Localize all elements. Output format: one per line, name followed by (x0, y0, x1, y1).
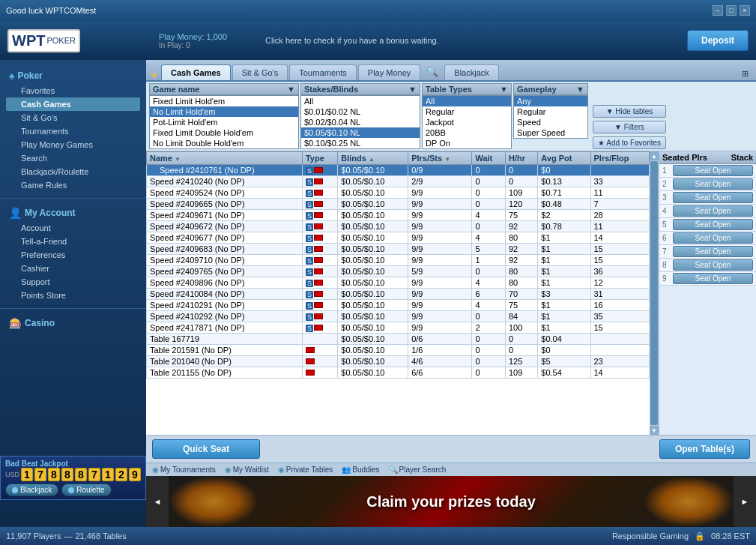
tab-blackjack[interactable]: Blackjack (444, 64, 498, 80)
gp-item-2[interactable]: Speed (514, 117, 587, 127)
col-plrs[interactable]: Plrs/Sts ▼ (408, 152, 472, 165)
table-row[interactable]: Speed #2410084 (No DP) S $0.05/$0.10 9/9… (147, 289, 650, 300)
game-name-item-4[interactable]: No Limit Double Hold'em (150, 138, 298, 148)
col-wait[interactable]: Wait (472, 152, 506, 165)
seat-open-button[interactable]: Seat Open (673, 232, 753, 244)
col-avgpot[interactable]: Avg Pot (538, 152, 590, 165)
table-row[interactable]: Speed #2409683 (No DP) S $0.05/$0.10 9/9… (147, 244, 650, 255)
maximize-button[interactable]: □ (726, 5, 737, 16)
tab-sitngos[interactable]: Sit & Go's (232, 64, 288, 80)
table-row[interactable]: Speed #2409765 (No DP) S $0.05/$0.10 5/9… (147, 266, 650, 277)
gameplay-header[interactable]: Gameplay ▼ (513, 83, 588, 95)
table-row[interactable]: Speed #2409896 (No DP) S $0.05/$0.10 9/9… (147, 277, 650, 289)
table-row[interactable]: Speed #2410292 (No DP) S $0.05/$0.10 9/9… (147, 311, 650, 322)
sidebar-section-casino[interactable]: 🎰 Casino (6, 315, 140, 331)
tt-item-0[interactable]: All (423, 96, 511, 106)
sidebar-item-gamerules[interactable]: Game Rules (6, 178, 140, 192)
minimize-button[interactable]: – (713, 5, 723, 16)
table-row[interactable]: 👁Speed #2410761 (No DP) S $0.05/$0.10 0/… (147, 165, 650, 176)
sub-tab-private[interactable]: ◉ Private Tables (278, 466, 333, 474)
hide-tables-button[interactable]: ▼ Hide tables (593, 105, 666, 118)
quick-seat-button[interactable]: Quick Seat (152, 439, 260, 459)
filters-button[interactable]: ▼ Filters (593, 121, 666, 133)
scroll-up-button[interactable]: ▲ (650, 151, 659, 160)
stakes-item-2[interactable]: $0.02/$0.04 NL (301, 117, 420, 127)
table-row[interactable]: Speed #2409665 (No DP) S $0.05/$0.10 9/9… (147, 199, 650, 210)
seat-open-button[interactable]: Seat Open (673, 259, 753, 271)
table-row[interactable]: Speed #2409524 (No DP) S $0.05/$0.10 9/9… (147, 187, 650, 199)
sidebar-section-account[interactable]: 👤 My Account (6, 205, 140, 221)
tab-playmoney[interactable]: Play Money (358, 64, 420, 80)
banner-right-arrow[interactable]: ► (734, 476, 756, 527)
tab-cashgames[interactable]: Cash Games (161, 64, 231, 80)
sidebar-item-blackjack[interactable]: Blackjack/Roulette (6, 165, 140, 178)
seat-open-button[interactable]: Seat Open (673, 178, 753, 190)
banner-left-arrow[interactable]: ◄ (146, 476, 169, 527)
gp-item-3[interactable]: Super Speed (514, 127, 587, 138)
tab-tournaments[interactable]: Tournaments (289, 64, 357, 80)
tt-item-2[interactable]: Jackpot (423, 117, 511, 127)
tt-item-3[interactable]: 20BB (423, 127, 511, 138)
stakes-item-4[interactable]: $0.10/$0.25 NL (301, 138, 420, 148)
sidebar-item-cashgames[interactable]: Cash Games (6, 97, 140, 111)
game-name-item-2[interactable]: Pot-Limit Hold'em (150, 117, 298, 127)
sub-tab-buddies[interactable]: 👥 Buddies (342, 466, 379, 474)
gp-item-0[interactable]: Any (514, 96, 587, 106)
seat-open-button[interactable]: Seat Open (673, 273, 753, 284)
table-row[interactable]: Speed #2410291 (No DP) S $0.05/$0.10 9/9… (147, 300, 650, 311)
col-blinds[interactable]: Blinds ▲ (338, 152, 408, 165)
sidebar-item-pointsstore[interactable]: Points Store (6, 289, 140, 302)
table-row[interactable]: Table 201591 (No DP) $0.05/$0.10 1/6 0 0… (147, 345, 650, 356)
close-button[interactable]: × (740, 5, 750, 16)
table-row[interactable]: Speed #2409677 (No DP) S $0.05/$0.10 9/9… (147, 232, 650, 244)
seat-open-button[interactable]: Seat Open (673, 192, 753, 203)
scroll-thumb[interactable] (650, 161, 658, 425)
add-favorites-button[interactable]: ★ Add to Favorites (593, 136, 666, 149)
table-row[interactable]: Table 167719 $0.05/$0.10 0/6 0 0 $0.04 (147, 334, 650, 345)
search-tab-icon[interactable]: 🔍 (422, 63, 443, 80)
seat-open-button[interactable]: Seat Open (673, 219, 753, 230)
col-hhr[interactable]: H/hr (505, 152, 537, 165)
seat-open-button[interactable]: Seat Open (673, 165, 753, 176)
sidebar-item-search[interactable]: Search (6, 151, 140, 165)
sidebar-section-poker[interactable]: ♠ Poker (6, 67, 140, 84)
sub-tab-waitlist[interactable]: ◉ My Waitlist (225, 466, 269, 474)
sidebar-item-preferences[interactable]: Preferences (6, 248, 140, 262)
col-type[interactable]: Type (302, 152, 337, 165)
col-plrsflop[interactable]: Plrs/Flop (590, 152, 650, 165)
table-row[interactable]: Speed #2417871 (No DP) S $0.05/$0.10 9/9… (147, 322, 650, 334)
stakes-item-0[interactable]: All (301, 96, 420, 106)
vertical-scrollbar[interactable]: ▲ ▼ (650, 151, 659, 435)
tt-item-1[interactable]: Regular (423, 106, 511, 117)
table-row[interactable]: Speed #2410240 (No DP) S $0.05/$0.10 2/9… (147, 176, 650, 187)
header-bonus[interactable]: Click here to check if you have a bonus … (258, 36, 678, 45)
game-name-header[interactable]: Game name ▼ (149, 83, 299, 95)
gp-item-1[interactable]: Regular (514, 106, 587, 117)
game-name-item-1[interactable]: No Limit Hold'em (150, 106, 298, 117)
responsible-gaming-text[interactable]: Responsible Gaming (612, 532, 689, 541)
table-row[interactable]: Speed #2409710 (No DP) S $0.05/$0.10 9/9… (147, 255, 650, 266)
deposit-button[interactable]: Deposit (687, 30, 749, 51)
table-row[interactable]: Table 201040 (No DP) $0.05/$0.10 4/6 0 1… (147, 356, 650, 367)
sidebar-item-tellfriend[interactable]: Tell-a-Friend (6, 235, 140, 248)
stakes-item-3[interactable]: $0.05/$0.10 NL (301, 127, 420, 138)
game-name-item-3[interactable]: Fixed Limit Double Hold'em (150, 127, 298, 138)
sub-tab-playersearch[interactable]: 🔍 Player Search (389, 466, 447, 474)
scroll-down-button[interactable]: ▼ (650, 426, 659, 435)
sidebar-item-cashier[interactable]: Cashier (6, 262, 140, 275)
seat-open-button[interactable]: Seat Open (673, 205, 753, 217)
sidebar-item-favorites[interactable]: Favorites (6, 84, 140, 97)
layout-icon[interactable]: ⊞ (739, 67, 752, 80)
tabletypes-header[interactable]: Table Types ▼ (422, 83, 512, 95)
bbj-roulette-button[interactable]: Roulette (61, 484, 111, 496)
table-row[interactable]: Table 201155 (No DP) $0.05/$0.10 6/6 0 1… (147, 367, 650, 379)
favorites-star-icon[interactable]: ★ (151, 70, 158, 80)
stakes-header[interactable]: Stakes/Blinds ▼ (300, 83, 420, 95)
sidebar-item-support[interactable]: Support (6, 275, 140, 289)
sidebar-item-sitngos[interactable]: Sit & Go's (6, 111, 140, 124)
sidebar-item-account[interactable]: Account (6, 221, 140, 235)
sidebar-item-playmoney[interactable]: Play Money Games (6, 138, 140, 151)
bbj-blackjack-button[interactable]: Blackjack (5, 484, 58, 496)
open-table-button[interactable]: Open Table(s) (659, 439, 750, 459)
sidebar-item-tournaments[interactable]: Tournaments (6, 124, 140, 138)
